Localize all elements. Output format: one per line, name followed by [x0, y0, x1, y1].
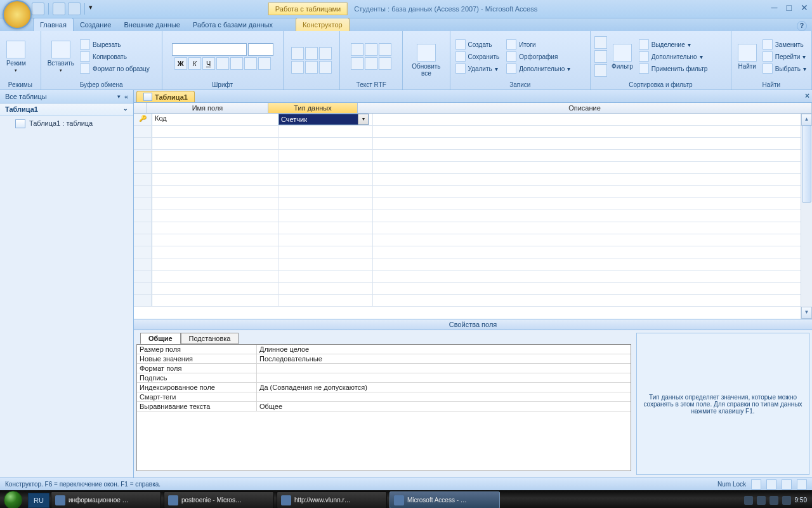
description-cell[interactable] [373, 138, 812, 149]
field-name-cell[interactable] [152, 174, 278, 185]
selection-filter-button[interactable]: Выделение ▾ [638, 39, 709, 50]
qat-redo-icon[interactable] [68, 3, 81, 15]
property-value[interactable] [257, 392, 631, 401]
tab-external-data[interactable]: Внешние данные [118, 18, 187, 31]
description-cell[interactable] [373, 186, 812, 197]
tab-lookup[interactable]: Подстановка [181, 333, 239, 344]
memo-rtl-button[interactable] [379, 43, 391, 56]
delete-record-button[interactable]: Удалить ▾ [454, 63, 501, 74]
find-button[interactable]: Найти [735, 32, 759, 81]
property-value[interactable] [257, 373, 631, 382]
col-field-name[interactable]: Имя поля [147, 103, 268, 113]
description-cell[interactable] [373, 114, 812, 125]
field-name-cell[interactable] [152, 271, 278, 282]
description-cell[interactable] [373, 246, 812, 258]
language-indicator[interactable]: RU [28, 493, 49, 508]
help-icon[interactable]: ? [797, 21, 807, 31]
data-type-cell[interactable] [278, 295, 373, 306]
taskbar-btn-3[interactable]: http://www.vlunn.r… [277, 491, 387, 508]
row-selector[interactable] [134, 295, 152, 306]
field-name-cell[interactable] [152, 258, 278, 270]
property-row[interactable]: Выравнивание текстаОбщее [137, 402, 631, 411]
row-selector[interactable] [134, 138, 152, 149]
row-selector[interactable] [134, 174, 152, 185]
property-row[interactable]: Смарт-теги [137, 392, 631, 402]
field-name-cell[interactable] [152, 162, 278, 173]
tray-icon[interactable] [757, 496, 766, 505]
alt-row-color-button[interactable] [258, 57, 271, 70]
numbering-button[interactable] [365, 57, 377, 70]
dir-button[interactable] [319, 61, 332, 74]
data-type-cell[interactable] [278, 150, 373, 161]
description-cell[interactable] [373, 258, 812, 270]
data-type-cell[interactable] [278, 246, 373, 258]
fill-color-button[interactable] [230, 57, 243, 70]
volume-icon[interactable] [782, 496, 791, 505]
tray-icon[interactable] [769, 496, 778, 505]
refresh-all-button[interactable]: Обновить все [407, 32, 445, 88]
data-type-cell[interactable] [278, 271, 373, 282]
underline-button[interactable]: Ч [202, 57, 215, 70]
property-value[interactable]: Да (Совпадения не допускаются) [257, 383, 631, 392]
property-row[interactable]: Новые значенияПоследовательные [137, 354, 631, 364]
scroll-down-icon[interactable]: ▼ [801, 307, 812, 319]
nav-item-table1[interactable]: Таблица1 : таблица [0, 116, 133, 132]
save-record-button[interactable]: Сохранить [454, 51, 501, 62]
office-button[interactable] [3, 0, 32, 29]
description-cell[interactable] [373, 126, 812, 137]
nav-category[interactable]: Таблица1⌄ [0, 104, 133, 116]
field-name-cell[interactable] [152, 198, 278, 210]
property-row[interactable]: Размер поляДлинное целое [137, 345, 631, 354]
bold-button[interactable]: Ж [174, 57, 187, 70]
sort-desc-button[interactable] [594, 50, 607, 63]
tab-design[interactable]: Конструктор [296, 18, 350, 31]
tab-db-tools[interactable]: Работа с базами данных [187, 18, 279, 31]
doc-close-icon[interactable]: × [805, 91, 809, 100]
row-selector[interactable] [134, 126, 152, 137]
font-color-button[interactable] [216, 57, 229, 70]
row-selector[interactable] [134, 198, 152, 210]
nav-header[interactable]: Все таблицы▾« [0, 90, 133, 104]
align-center-button[interactable] [305, 47, 318, 60]
property-row[interactable]: Индексированное полеДа (Совпадения не до… [137, 383, 631, 392]
view-pivotchart-icon[interactable] [782, 479, 792, 490]
clock[interactable]: 9:50 [795, 497, 807, 504]
data-type-cell[interactable] [278, 186, 373, 197]
close-icon[interactable]: ✕ [801, 3, 808, 13]
property-value[interactable]: Последовательные [257, 354, 631, 363]
ltr-button[interactable] [291, 61, 304, 74]
maximize-icon[interactable]: □ [787, 3, 792, 13]
field-name-cell[interactable] [152, 295, 278, 306]
qat-undo-icon[interactable] [53, 3, 65, 15]
description-cell[interactable] [373, 210, 812, 222]
data-type-cell[interactable] [278, 210, 373, 222]
data-type-cell[interactable] [278, 283, 373, 294]
row-selector[interactable] [134, 222, 152, 234]
scroll-thumb[interactable] [802, 125, 811, 203]
property-row[interactable]: Формат поля [137, 364, 631, 373]
combo-dropdown-icon[interactable]: ▾ [358, 114, 368, 125]
decrease-indent-button[interactable] [351, 43, 363, 56]
data-type-cell[interactable]: Счетчик ▾ ТекстовыйПоле МЕМОЧисловойДата… [278, 114, 373, 125]
description-cell[interactable] [373, 271, 812, 282]
field-name-cell[interactable] [152, 126, 278, 137]
vertical-scrollbar[interactable]: ▲ ▼ [801, 114, 812, 319]
minimize-icon[interactable]: ─ [771, 3, 778, 13]
data-type-cell[interactable] [278, 258, 373, 270]
italic-button[interactable]: К [188, 57, 201, 70]
row-selector[interactable] [134, 210, 152, 222]
sort-asc-button[interactable] [594, 36, 607, 49]
clear-sort-button[interactable] [594, 64, 607, 77]
copy-button[interactable]: Копировать [79, 51, 151, 62]
doc-tab-table1[interactable]: Таблица1 [136, 91, 195, 102]
data-type-cell[interactable] [278, 234, 373, 246]
description-cell[interactable] [373, 198, 812, 210]
data-type-cell[interactable] [278, 174, 373, 185]
paste-button[interactable]: Вставить▾ [45, 32, 77, 81]
row-selector[interactable] [134, 150, 152, 161]
field-name-cell[interactable] [152, 138, 278, 149]
col-data-type[interactable]: Тип данных [268, 103, 358, 113]
toggle-filter-button[interactable]: Применить фильтр [638, 63, 709, 74]
view-pivottable-icon[interactable] [766, 479, 776, 490]
field-name-cell[interactable] [152, 234, 278, 246]
